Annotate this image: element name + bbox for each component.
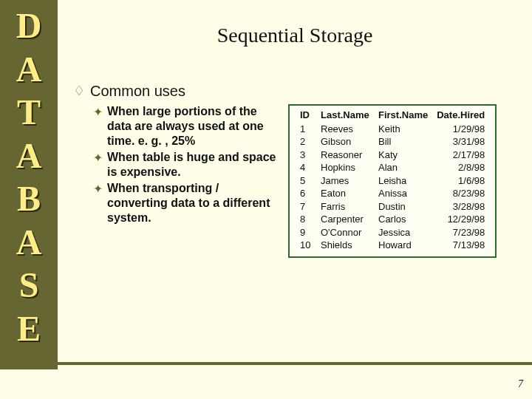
table-row: 10ShieldsHoward7/13/98 xyxy=(296,239,489,252)
table-row: 9O'ConnorJessica7/23/98 xyxy=(296,226,489,239)
slide-title: Sequential Storage xyxy=(58,24,532,47)
table-cell: James xyxy=(316,174,374,188)
table-cell: Leisha xyxy=(374,174,432,188)
table-cell: Jessica xyxy=(374,226,432,239)
table-cell: Reeves xyxy=(316,123,374,136)
table-cell: Katy xyxy=(374,149,432,162)
sidebar-letter: T xyxy=(17,91,41,134)
table-header-cell: First.Name xyxy=(374,109,432,123)
table-row: 6EatonAnissa8/23/98 xyxy=(296,187,489,200)
bullet-item: ✦When large portions of the data are alw… xyxy=(93,104,279,149)
bullet-item: ✦When transporting / converting data to … xyxy=(93,181,279,225)
table-cell: O'Connor xyxy=(316,226,374,239)
table-cell: Eaton xyxy=(316,187,374,200)
plus-bullet-icon: ✦ xyxy=(93,183,103,196)
sidebar-letter: A xyxy=(16,134,42,178)
table-cell: Farris xyxy=(316,200,374,214)
table-cell: Dustin xyxy=(374,200,432,214)
slide-content: Sequential Storage ♢ Common uses ✦When l… xyxy=(58,0,532,369)
bullet-text: When table is huge and space is expensiv… xyxy=(107,150,279,180)
table-cell: 6 xyxy=(296,187,316,200)
table-header-row: IDLast.NameFirst.NameDate.Hired xyxy=(296,109,489,123)
body-wrap: ♢ Common uses ✦When large portions of th… xyxy=(72,83,517,258)
table-cell: 2/17/98 xyxy=(432,149,489,162)
table-cell: 12/29/98 xyxy=(432,213,489,226)
table-cell: 3 xyxy=(296,149,316,162)
diamond-bullet-icon: ♢ xyxy=(72,84,86,98)
sidebar-letter: A xyxy=(16,221,42,265)
table-row: 2GibsonBill3/31/98 xyxy=(296,135,489,149)
table-cell: Reasoner xyxy=(316,149,374,162)
heading-text: Common uses xyxy=(90,83,185,100)
table-cell: Alan xyxy=(374,161,432,174)
table-cell: 8/23/98 xyxy=(432,187,489,200)
table-row: 3ReasonerKaty2/17/98 xyxy=(296,149,489,162)
table-cell: Howard xyxy=(374,239,432,252)
table-cell: Bill xyxy=(374,135,432,149)
table-cell: 2/8/98 xyxy=(432,161,489,174)
table-cell: 3/28/98 xyxy=(432,200,489,214)
table-cell: Carlos xyxy=(374,213,432,226)
table-body: 1ReevesKeith1/29/982GibsonBill3/31/983Re… xyxy=(296,123,489,252)
table-cell: 1 xyxy=(296,123,316,136)
sidebar-letter: S xyxy=(19,264,39,307)
table-row: 7FarrisDustin3/28/98 xyxy=(296,200,489,214)
table-header-cell: ID xyxy=(296,109,316,123)
sidebar-letter: A xyxy=(16,48,42,92)
table-row: 1ReevesKeith1/29/98 xyxy=(296,123,489,136)
table-row: 4HopkinsAlan2/8/98 xyxy=(296,161,489,174)
table-row: 5JamesLeisha1/6/98 xyxy=(296,174,489,188)
table-cell: 4 xyxy=(296,161,316,174)
bullet-list: ✦When large portions of the data are alw… xyxy=(72,104,279,227)
table-cell: 3/31/98 xyxy=(432,135,489,149)
bullet-text: When large portions of the data are alwa… xyxy=(107,104,279,149)
bullet-item: ✦When table is huge and space is expensi… xyxy=(93,150,279,180)
table-header-cell: Date.Hired xyxy=(432,109,489,123)
table-cell: 9 xyxy=(296,226,316,239)
plus-bullet-icon: ✦ xyxy=(93,106,103,119)
columns: ✦When large portions of the data are alw… xyxy=(72,104,517,258)
page-number: 7 xyxy=(518,378,523,390)
table-cell: 7 xyxy=(296,200,316,214)
table-cell: 1/29/98 xyxy=(432,123,489,136)
sidebar-letter: D xyxy=(16,4,42,48)
table-cell: Gibson xyxy=(316,135,374,149)
sidebar-letter: E xyxy=(17,307,41,351)
table-cell: 7/23/98 xyxy=(432,226,489,239)
sidebar-letter: B xyxy=(17,177,41,221)
data-table: IDLast.NameFirst.NameDate.Hired 1ReevesK… xyxy=(296,109,489,252)
table-header-cell: Last.Name xyxy=(316,109,374,123)
table-cell: Shields xyxy=(316,239,374,252)
plus-bullet-icon: ✦ xyxy=(93,151,103,165)
table-cell: 1/6/98 xyxy=(432,174,489,188)
table-cell: Hopkins xyxy=(316,161,374,174)
table-row: 8CarpenterCarlos12/29/98 xyxy=(296,213,489,226)
table-cell: 2 xyxy=(296,135,316,149)
table-cell: Keith xyxy=(374,123,432,136)
table-cell: 8 xyxy=(296,213,316,226)
table-cell: Anissa xyxy=(374,187,432,200)
sidebar-database-letters: DATABASE xyxy=(0,0,58,369)
data-table-box: IDLast.NameFirst.NameDate.Hired 1ReevesK… xyxy=(288,104,497,258)
table-cell: 5 xyxy=(296,174,316,188)
table-cell: 7/13/98 xyxy=(432,239,489,252)
table-cell: Carpenter xyxy=(316,213,374,226)
table-cell: 10 xyxy=(296,239,316,252)
heading-row: ♢ Common uses xyxy=(72,83,517,100)
bullet-text: When transporting / converting data to a… xyxy=(107,181,279,225)
